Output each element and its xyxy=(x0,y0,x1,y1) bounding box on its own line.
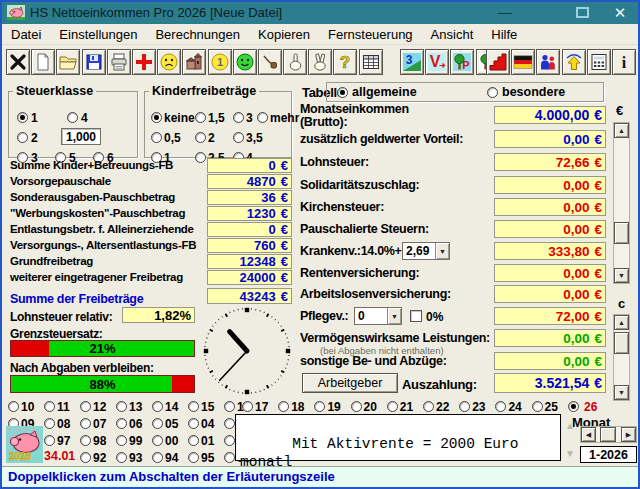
coin-one-button[interactable]: 1 xyxy=(208,49,232,75)
month-radio-17[interactable] xyxy=(242,401,253,412)
menu-item-einstellungen[interactable]: Einstellungen xyxy=(50,24,146,45)
month-radio-20[interactable] xyxy=(351,401,362,412)
dropdown-arrow-icon[interactable]: ▼ xyxy=(387,308,401,324)
month-scroll-right-button[interactable]: ▶ xyxy=(621,427,636,442)
month-radio-24[interactable] xyxy=(495,401,506,412)
month-radio-23[interactable] xyxy=(459,401,470,412)
menu-item-datei[interactable]: Datei xyxy=(2,24,50,45)
status-bar[interactable]: Doppelklicken zum Abschalten der Erläute… xyxy=(2,466,638,487)
kinderfb-radio-2[interactable] xyxy=(195,132,206,143)
steuerklasse-radio-4[interactable] xyxy=(67,112,78,123)
month-radio-98[interactable] xyxy=(80,435,91,446)
month-radio-01[interactable] xyxy=(188,435,199,446)
exit-button[interactable] xyxy=(6,49,30,75)
health-cross-button[interactable] xyxy=(132,49,156,75)
month-radio-07[interactable] xyxy=(80,418,91,429)
stairs-chart-button[interactable] xyxy=(486,49,510,75)
month-radio-08[interactable] xyxy=(44,418,55,429)
info-button[interactable]: i xyxy=(612,49,636,75)
tabelle-radio-allgemeine[interactable] xyxy=(337,87,348,98)
print-button[interactable] xyxy=(107,49,131,75)
month-radio-14[interactable] xyxy=(152,401,163,412)
kinderfb-radio-3[interactable] xyxy=(233,112,244,123)
two-persons-button[interactable] xyxy=(536,49,560,75)
maximize-button[interactable] xyxy=(576,7,589,18)
menu-item-kopieren[interactable]: Kopieren xyxy=(249,24,319,45)
month-radio-22[interactable] xyxy=(423,401,434,412)
pipe-button[interactable] xyxy=(258,49,282,75)
month-radio-21[interactable] xyxy=(387,401,398,412)
up-arrow-button[interactable] xyxy=(562,49,586,75)
hand-one-finger-button[interactable] xyxy=(283,49,307,75)
new-file-button[interactable] xyxy=(31,49,55,75)
month-radio-15[interactable] xyxy=(188,401,199,412)
period-field[interactable]: 1-2026 xyxy=(580,446,637,463)
menu-item-hilfe[interactable]: Hilfe xyxy=(482,24,526,45)
month-radio-05[interactable] xyxy=(152,418,163,429)
dropdown-arrow-icon[interactable]: ▼ xyxy=(435,243,449,259)
cent-scroll-up-button[interactable]: ▲ xyxy=(614,315,629,330)
hand-two-fingers-button[interactable] xyxy=(308,49,332,75)
menu-item-berechnungen[interactable]: Berechnungen xyxy=(146,24,249,45)
month-radio-95[interactable] xyxy=(188,452,199,463)
month-scroll-thumb[interactable] xyxy=(600,427,616,442)
month-radio-18[interactable] xyxy=(278,401,289,412)
month-radio-10[interactable] xyxy=(8,401,19,412)
month-radio-19[interactable] xyxy=(314,401,325,412)
month-radio-96[interactable] xyxy=(224,452,235,463)
month-radio-94[interactable] xyxy=(152,452,163,463)
chart-3-button[interactable]: 3 xyxy=(400,49,424,75)
v-transfer-button[interactable]: V xyxy=(425,49,449,75)
month-radio-06[interactable] xyxy=(116,418,127,429)
month-radio-02[interactable] xyxy=(224,435,235,446)
month-radio-92[interactable] xyxy=(80,452,91,463)
german-flag-button[interactable] xyxy=(511,49,535,75)
kinderfb-radio-0,5[interactable] xyxy=(151,132,162,143)
tree-p-cyan-button[interactable]: P xyxy=(450,49,474,75)
month-radio-04[interactable] xyxy=(188,418,199,429)
note-textarea[interactable]: Mit Aktivrente = 2000 Euro monatl Steuer… xyxy=(235,414,561,461)
euro-scroll-thumb[interactable] xyxy=(614,222,629,244)
month-scroll-left-button[interactable]: ◀ xyxy=(581,427,596,442)
euro-scrollbar[interactable]: ▲ ▼ xyxy=(613,122,630,284)
happy-face-button[interactable] xyxy=(233,49,257,75)
euro-scroll-up-button[interactable]: ▲ xyxy=(614,123,629,138)
pflegev-checkbox[interactable] xyxy=(410,310,422,322)
menu-item-fernsteuerung[interactable]: Fernsteuerung xyxy=(319,24,422,45)
steuerklasse-radio-1[interactable] xyxy=(17,112,28,123)
church-button[interactable] xyxy=(182,49,206,75)
table-button[interactable] xyxy=(359,49,383,75)
month-radio-97[interactable] xyxy=(44,435,55,446)
month-radio-13[interactable] xyxy=(116,401,127,412)
cent-scrollbar[interactable]: ▲ ▼ xyxy=(613,314,630,401)
save-button[interactable] xyxy=(82,49,106,75)
arbeitgeber-button[interactable]: Arbeitgeber xyxy=(302,373,398,393)
faktor-field[interactable]: 1,000 xyxy=(61,128,101,145)
euro-scroll-down-button[interactable]: ▼ xyxy=(614,268,629,283)
help-button[interactable]: ? xyxy=(333,49,357,75)
cent-scroll-thumb[interactable] xyxy=(614,332,629,354)
kinderfb-radio-3,5[interactable] xyxy=(233,132,244,143)
month-radio-11[interactable] xyxy=(44,401,55,412)
month-radio-99[interactable] xyxy=(116,435,127,446)
note-scroll-down-icon[interactable]: ▼ xyxy=(565,448,575,459)
sad-face-button[interactable] xyxy=(157,49,181,75)
kinderfb-radio-2,5[interactable] xyxy=(195,152,206,163)
close-button[interactable]: ✕ xyxy=(606,3,634,23)
tabelle-radio-besondere[interactable] xyxy=(487,87,498,98)
minimize-button[interactable]: — xyxy=(490,3,520,23)
month-radio-00[interactable] xyxy=(152,435,163,446)
open-folder-button[interactable] xyxy=(56,49,80,75)
month-radio-25[interactable] xyxy=(532,401,543,412)
kinderfb-radio-mehr[interactable] xyxy=(257,112,268,123)
menu-item-ansicht[interactable]: Ansicht xyxy=(422,24,483,45)
cent-scroll-down-button[interactable]: ▼ xyxy=(614,385,629,400)
steuerklasse-radio-2[interactable] xyxy=(17,132,28,143)
note-scroll-up-icon[interactable]: ▲ xyxy=(565,420,575,431)
month-radio-26[interactable] xyxy=(568,401,579,412)
right-row-dropdown[interactable]: 2,69▼ xyxy=(402,242,450,260)
month-radio-16[interactable] xyxy=(224,401,235,412)
right-row-dropdown[interactable]: 0▼ xyxy=(354,307,402,325)
kinderfb-radio-1,5[interactable] xyxy=(195,112,206,123)
month-scrollbar[interactable]: ◀ ▶ xyxy=(580,426,637,443)
